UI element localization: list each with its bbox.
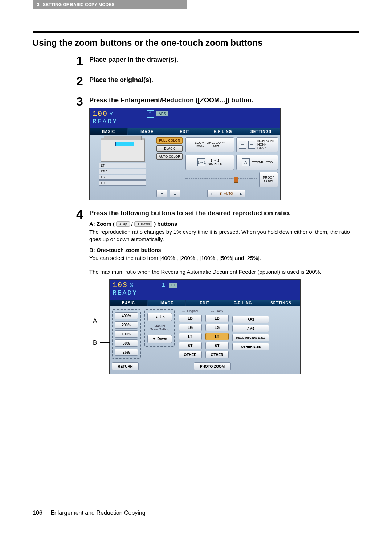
copier-illustration <box>101 138 145 162</box>
tab-efiling[interactable]: E-FILING <box>204 128 242 135</box>
footer-section: Enlargement and Reduction Copying <box>50 510 146 516</box>
drawer-list: LT LT-R LG LD <box>99 163 146 186</box>
step-2-number: 2 <box>76 75 89 87</box>
panel1-tabs: BASIC IMAGE EDIT E-FILING SETTINGS <box>90 128 280 135</box>
tray-down-icon[interactable]: ▼ <box>156 190 167 197</box>
proof-copy-button[interactable]: PROOF COPY <box>259 172 278 187</box>
section-heading: Using the zoom buttons or the one-touch … <box>33 38 359 48</box>
step-4-b-body: You can select the ratio from [400%], [2… <box>89 254 359 262</box>
copy-ld[interactable]: LD <box>205 315 229 322</box>
drawer-lt[interactable]: LT <box>99 163 146 168</box>
auto-label: AUTO <box>224 192 233 195</box>
tab-image[interactable]: IMAGE <box>128 128 166 135</box>
black-button[interactable]: BLACK <box>156 145 183 152</box>
full-color-button[interactable]: FULL COLOR <box>156 137 183 144</box>
page-number: 106 <box>33 510 42 516</box>
step-3-number: 3 <box>76 95 89 200</box>
density-auto-button[interactable]: ◐ AUTO <box>216 190 237 197</box>
sort-l2: NON-STAPLE <box>257 143 275 150</box>
ready-indicator: READY <box>93 118 277 125</box>
textphoto-label: TEXT/PHOTO <box>252 160 273 164</box>
page-icon: ▭ <box>239 141 246 149</box>
auto-icon: ◐ <box>220 192 222 195</box>
auto-color-button[interactable]: AUTO COLOR <box>156 153 183 160</box>
up-triangle-icon: ▲ <box>155 315 158 319</box>
p2-tab-edit[interactable]: EDIT <box>186 300 224 306</box>
step-4: 4 Press the following buttons to set the… <box>76 208 359 374</box>
p2-tab-efiling[interactable]: E-FILING <box>224 300 262 306</box>
copy-lt[interactable]: LT <box>205 333 229 340</box>
ratio-pct: % <box>110 111 114 117</box>
copy-st[interactable]: ST <box>205 342 229 349</box>
p2-tab-image[interactable]: IMAGE <box>148 300 186 306</box>
drawer-ld[interactable]: LD <box>99 180 146 186</box>
aps-button[interactable]: APS <box>232 316 269 323</box>
chapter-number: 3 <box>37 2 40 7</box>
page-footer: 106 Enlargement and Reduction Copying <box>33 510 359 516</box>
tab-settings[interactable]: SETTINGS <box>242 128 280 135</box>
orig-other[interactable]: OTHER <box>179 351 202 358</box>
proof-l2: COPY <box>260 180 278 183</box>
step-4-a-heading: A: Zoom ( ▲ Up / ▼ Down ) buttons <box>89 221 359 227</box>
density-right-icon[interactable]: ▶ <box>237 190 245 197</box>
simplex-label: 1 → 1 SIMPLEX <box>208 159 222 166</box>
tab-basic[interactable]: BASIC <box>90 128 128 135</box>
step-4-b-heading: B: One-touch zoom buttons <box>89 247 359 253</box>
step-4-note: The maximum ratio when the Reversing Aut… <box>89 268 359 276</box>
zoom-50[interactable]: 50% <box>115 339 138 347</box>
simplex-button[interactable]: 1→1 1 → 1 SIMPLEX <box>185 155 234 170</box>
step-4-number: 4 <box>76 208 89 374</box>
ams-button[interactable]: AMS <box>232 325 269 332</box>
one-touch-zoom-group: 400% 200% 100% 50% 25% <box>112 309 141 359</box>
step-2-title: Place the original(s). <box>89 76 359 84</box>
other-size-button[interactable]: OTHER SIZE <box>232 343 269 350</box>
p2-paper-badge: LT <box>169 283 177 288</box>
copy-lg[interactable]: LG <box>205 324 229 331</box>
orig-copy-l2: APS <box>207 145 225 148</box>
tab-edit[interactable]: EDIT <box>166 128 204 135</box>
copy-other[interactable]: OTHER <box>205 351 229 358</box>
rule-bottom <box>33 506 359 506</box>
orig-st[interactable]: ST <box>179 342 202 349</box>
copy-icon: ▭ <box>211 309 214 313</box>
callout-a: A <box>93 317 110 325</box>
p2-tab-basic[interactable]: BASIC <box>110 300 148 306</box>
step-1-number: 1 <box>76 54 89 67</box>
step-4-title: Press the following buttons to set the d… <box>89 209 359 217</box>
orig-ld[interactable]: LD <box>179 315 202 322</box>
orig-lt[interactable]: LT <box>179 333 202 340</box>
photo-zoom-button[interactable]: PHOTO ZOOM <box>194 362 231 370</box>
return-button[interactable]: RETURN <box>112 362 139 370</box>
callout-b: B <box>93 339 110 346</box>
zoom-button[interactable]: ZOOM 100% ORG. COPY APS <box>185 137 234 152</box>
tray-up-icon[interactable]: ▲ <box>170 190 180 197</box>
mixed-button[interactable]: MIXED ORIGINAL SIZES <box>232 334 269 341</box>
zoom-100[interactable]: 100% <box>115 330 138 338</box>
down-triangle-icon: ▼ <box>152 337 156 341</box>
up-down-group: ▲ Up Manual Scale Setting ▼ Down <box>144 309 175 347</box>
ratio-value: 100 <box>93 110 108 118</box>
step-4-a-body: The reproduction ratio changes by 1% eve… <box>89 228 359 243</box>
density-left-icon[interactable]: ◁ <box>207 190 216 197</box>
textphoto-icon: A <box>242 158 250 166</box>
drawer-ltr[interactable]: LT-R <box>99 169 146 174</box>
zoom-down-button[interactable]: ▼ Down <box>147 335 172 343</box>
zoom-25[interactable]: 25% <box>115 349 138 356</box>
manual-scale-label: Manual Scale Setting <box>150 325 169 331</box>
zoom-200[interactable]: 200% <box>115 321 138 329</box>
textphoto-button[interactable]: A TEXT/PHOTO <box>236 155 278 170</box>
rule-top <box>33 31 359 33</box>
original-icon: ▭ <box>182 309 185 313</box>
simplex-icon: 1→1 <box>197 158 205 166</box>
zoom-panel-screenshot: 103 % 1 LT ≣ READY BASIC IMAGE EDIT <box>109 279 301 374</box>
p2-ready: READY <box>113 289 297 297</box>
step-1: 1 Place paper in the drawer(s). <box>76 54 359 67</box>
p2-ratio: 103 <box>113 281 128 289</box>
orig-lg[interactable]: LG <box>179 324 202 331</box>
drawer-lg[interactable]: LG <box>99 175 146 180</box>
p2-tab-settings[interactable]: SETTINGS <box>262 300 300 306</box>
zoom-400[interactable]: 400% <box>115 312 138 319</box>
zoom-up-button[interactable]: ▲ Up <box>147 313 172 321</box>
page-staple-icon: ▭ <box>248 141 256 149</box>
sort-button[interactable]: ▭ ▭ NON-SORT NON-STAPLE <box>236 137 278 152</box>
